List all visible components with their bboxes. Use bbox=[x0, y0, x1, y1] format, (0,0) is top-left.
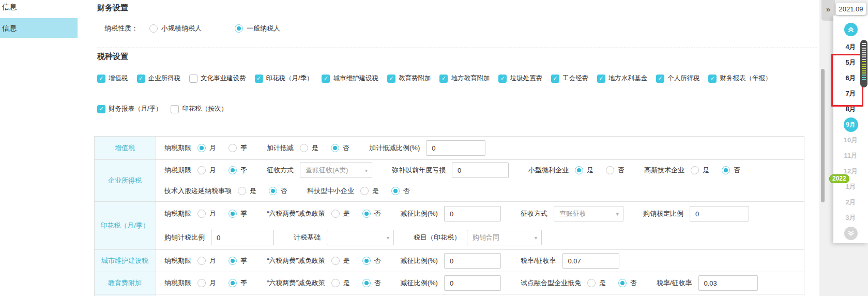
screenshot-minimap-scrollbar[interactable] bbox=[860, 40, 867, 87]
radio-icon[interactable] bbox=[197, 210, 206, 218]
text-input[interactable]: 0 bbox=[690, 206, 749, 221]
radio-option[interactable]: 月 bbox=[197, 209, 216, 218]
tax-type-checkbox[interactable]: ✓财务报表（月/季） bbox=[97, 105, 162, 113]
radio-option[interactable]: 否 bbox=[362, 256, 381, 265]
text-input[interactable]: 0 bbox=[452, 162, 509, 178]
radio-option[interactable]: 季 bbox=[229, 209, 247, 218]
radio-icon[interactable] bbox=[229, 144, 237, 152]
dropdown-select[interactable]: 查账征收(A类)▾ bbox=[300, 162, 372, 178]
radio-icon[interactable] bbox=[331, 279, 340, 287]
radio-option[interactable]: 否 bbox=[362, 278, 381, 288]
radio-icon[interactable] bbox=[722, 166, 730, 174]
text-input[interactable]: 0 bbox=[444, 275, 501, 291]
vertical-scrollbar[interactable] bbox=[821, 69, 825, 202]
radio-option[interactable]: 是 bbox=[575, 166, 593, 175]
radio-option[interactable]: 季 bbox=[229, 278, 247, 288]
radio-option[interactable]: 季 bbox=[229, 143, 247, 153]
radio-icon[interactable] bbox=[229, 279, 237, 287]
radio-option[interactable]: 是 bbox=[331, 278, 350, 288]
month-item[interactable]: 10月 bbox=[833, 132, 868, 148]
radio-icon[interactable] bbox=[575, 166, 583, 174]
month-item-current[interactable]: 9月 bbox=[833, 117, 868, 132]
radio-option[interactable]: 否 bbox=[362, 209, 381, 218]
checkbox-icon[interactable]: ✓ bbox=[137, 75, 145, 83]
radio-icon[interactable] bbox=[331, 257, 340, 265]
radio-option[interactable]: 否 bbox=[331, 143, 349, 153]
tax-type-checkbox[interactable]: 印花税（按次） bbox=[171, 105, 227, 113]
radio-icon[interactable] bbox=[300, 144, 308, 152]
tax-type-checkbox[interactable]: ✓地方水利基金 bbox=[597, 74, 647, 83]
text-input[interactable]: 0 bbox=[211, 230, 274, 245]
radio-option[interactable]: 否 bbox=[269, 186, 287, 196]
tax-type-checkbox[interactable]: ✓增值税 bbox=[97, 74, 128, 83]
sidebar-item[interactable]: 信息 bbox=[0, 0, 83, 13]
tax-type-checkbox[interactable]: 文化事业建设费 bbox=[189, 74, 246, 83]
tax-type-checkbox[interactable]: ✓企业所得税 bbox=[137, 74, 181, 83]
tax-type-checkbox[interactable]: ✓教育费附加 bbox=[387, 74, 431, 83]
radio-icon[interactable] bbox=[229, 257, 237, 265]
tax-type-checkbox[interactable]: ✓工会经费 bbox=[551, 74, 588, 83]
radio-icon[interactable] bbox=[362, 279, 371, 287]
checkbox-icon[interactable]: ✓ bbox=[498, 75, 507, 83]
radio-icon[interactable] bbox=[269, 187, 277, 195]
radio-option[interactable]: 月 bbox=[197, 278, 216, 288]
radio-icon[interactable] bbox=[360, 187, 369, 195]
radio-icon[interactable] bbox=[606, 166, 614, 174]
radio-option[interactable]: 是 bbox=[587, 278, 606, 288]
radio-option[interactable]: 是 bbox=[360, 186, 379, 196]
radio-option[interactable]: 否 bbox=[618, 278, 637, 288]
checkbox-icon[interactable]: ✓ bbox=[387, 75, 395, 83]
text-input[interactable]: 0.07 bbox=[562, 253, 619, 269]
radio-option[interactable]: 月 bbox=[197, 256, 216, 265]
text-input[interactable]: 0.03 bbox=[698, 275, 758, 291]
month-item[interactable]: 3月 bbox=[833, 210, 868, 226]
tax-type-checkbox[interactable]: ✓垃圾处置费 bbox=[498, 74, 542, 83]
radio-option[interactable]: 否 bbox=[391, 186, 410, 196]
text-input[interactable]: 0 bbox=[426, 140, 485, 156]
radio-option[interactable]: 是 bbox=[238, 186, 256, 196]
month-item[interactable]: 20221月 bbox=[833, 179, 868, 195]
radio-option[interactable]: 是 bbox=[331, 256, 350, 265]
radio-icon[interactable] bbox=[331, 144, 339, 152]
month-item[interactable]: 11月 bbox=[833, 148, 868, 164]
radio-option[interactable]: 是 bbox=[691, 166, 709, 175]
checkbox-icon[interactable]: ✓ bbox=[97, 75, 105, 83]
radio-icon[interactable] bbox=[229, 166, 237, 174]
tax-type-checkbox[interactable]: ✓印花税（月/季） bbox=[255, 74, 313, 83]
radio-option[interactable]: 否 bbox=[722, 166, 740, 175]
radio-icon[interactable] bbox=[362, 257, 371, 265]
radio-icon[interactable] bbox=[691, 166, 699, 174]
radio-icon[interactable] bbox=[238, 187, 246, 195]
tax-type-checkbox[interactable]: ✓财务报表（年报） bbox=[708, 74, 771, 83]
checkbox-icon[interactable]: ✓ bbox=[551, 75, 559, 83]
sidebar-item[interactable]: 信息 bbox=[0, 18, 78, 38]
radio-icon[interactable] bbox=[587, 279, 596, 287]
radio-icon[interactable] bbox=[229, 210, 237, 218]
tax-type-checkbox[interactable]: ✓地方教育附加 bbox=[439, 74, 490, 83]
scroll-months-down-button[interactable] bbox=[844, 227, 858, 240]
checkbox-icon[interactable] bbox=[189, 75, 197, 83]
checkbox-icon[interactable]: ✓ bbox=[97, 105, 105, 113]
radio-icon[interactable] bbox=[618, 279, 627, 287]
radio-option[interactable]: 季 bbox=[229, 256, 247, 265]
month-item[interactable]: 8月 bbox=[833, 101, 868, 117]
dropdown-select[interactable]: 购销合同▾ bbox=[467, 230, 542, 245]
text-input[interactable]: 0 bbox=[444, 253, 501, 269]
tax-type-checkbox[interactable]: ✓个人所得税 bbox=[656, 74, 700, 83]
checkbox-icon[interactable]: ✓ bbox=[656, 75, 664, 83]
radio-icon[interactable] bbox=[197, 166, 206, 174]
month-item[interactable]: 7月 bbox=[833, 86, 868, 101]
radio-icon[interactable] bbox=[197, 257, 206, 265]
radio-icon[interactable] bbox=[197, 279, 206, 287]
radio-icon[interactable] bbox=[197, 144, 206, 152]
checkbox-icon[interactable]: ✓ bbox=[322, 75, 330, 83]
radio-icon[interactable] bbox=[391, 187, 400, 195]
radio-option[interactable]: 月 bbox=[197, 143, 216, 153]
radio-icon[interactable] bbox=[235, 24, 243, 33]
checkbox-icon[interactable]: ✓ bbox=[708, 75, 717, 83]
radio-option[interactable]: 否 bbox=[606, 166, 625, 175]
radio-icon[interactable] bbox=[362, 210, 371, 218]
checkbox-icon[interactable]: ✓ bbox=[439, 75, 448, 83]
radio-option[interactable]: 是 bbox=[331, 209, 350, 218]
checkbox-icon[interactable]: ✓ bbox=[597, 75, 605, 83]
